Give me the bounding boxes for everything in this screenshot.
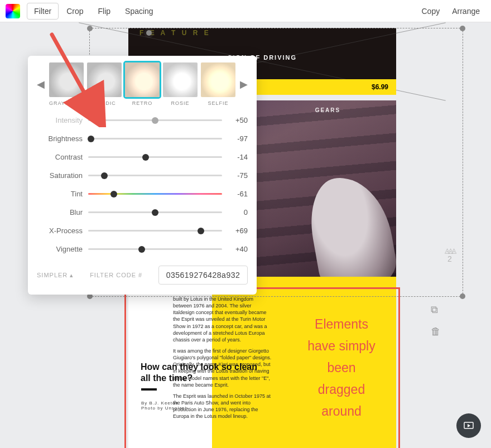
filter-panel: ◀ GRAYSCALE NORDIC RETRO ROSIE SELFIE ▶ … — [28, 56, 257, 295]
slider-vignette[interactable]: Vignette +40 — [37, 245, 248, 253]
filter-thumb-retro[interactable]: RETRO — [125, 62, 160, 106]
filter-menu-button[interactable]: Filter — [27, 3, 59, 20]
slider-brightness[interactable]: Brightness -97 — [37, 134, 248, 143]
filter-thumb-rosie[interactable]: ROSIE — [163, 62, 198, 106]
resize-handle-br[interactable] — [460, 293, 465, 299]
resize-handle-tr[interactable] — [460, 26, 465, 31]
stack-icon: ◬◬◬ — [445, 247, 455, 254]
page-indicator[interactable]: ◬◬◬ 2 — [445, 247, 455, 263]
present-button[interactable] — [456, 413, 481, 438]
flip-menu-button[interactable]: Flip — [91, 3, 117, 19]
copy-button[interactable]: Copy — [422, 7, 440, 16]
thumb-next-icon[interactable]: ▶ — [239, 78, 249, 90]
arrange-button[interactable]: Arrange — [452, 7, 480, 16]
annotation-text: Elements have simply been dragged around — [291, 314, 392, 422]
filter-code-label: FILTER CODE # — [90, 272, 142, 278]
slider-saturation[interactable]: Saturation -75 — [37, 171, 248, 180]
article-byline: By B.J. Keeton Photo by Unsplash — [141, 401, 188, 411]
color-picker-icon[interactable] — [6, 4, 20, 18]
slider-blur[interactable]: Blur 0 — [37, 208, 248, 216]
slider-tint[interactable]: Tint -61 — [37, 190, 248, 198]
simpler-toggle[interactable]: SIMPLER ▴ — [37, 272, 74, 279]
duplicate-page-icon[interactable]: ⧉ — [431, 304, 441, 316]
filter-thumb-selfie[interactable]: SELFIE — [201, 62, 235, 106]
present-icon — [463, 420, 474, 431]
top-toolbar: Filter Crop Flip Spacing Copy Arrange — [0, 0, 491, 22]
resize-handle-tl[interactable] — [87, 26, 93, 31]
page-number: 2 — [445, 254, 455, 263]
crop-menu-button[interactable]: Crop — [60, 3, 90, 19]
thumb-prev-icon[interactable]: ◀ — [36, 78, 46, 90]
filter-thumb-grayscale[interactable]: GRAYSCALE — [49, 62, 84, 106]
spacing-menu-button[interactable]: Spacing — [118, 3, 160, 19]
filter-thumb-nordic[interactable]: NORDIC — [87, 62, 122, 106]
filter-code-input[interactable] — [158, 266, 248, 285]
slider-contrast[interactable]: Contrast -14 — [37, 153, 248, 161]
delete-page-icon[interactable]: 🗑 — [431, 326, 441, 338]
slider-xprocess[interactable]: X-Process +69 — [37, 227, 248, 235]
article-headline[interactable]: How can they look so clean all the time? — [141, 362, 258, 384]
headline-underline — [141, 388, 157, 391]
slider-intensity[interactable]: Intensity +50 — [37, 116, 248, 124]
canvas[interactable]: SION OF DRIVING $6.99 TURE GEARS F E A T… — [0, 22, 491, 448]
